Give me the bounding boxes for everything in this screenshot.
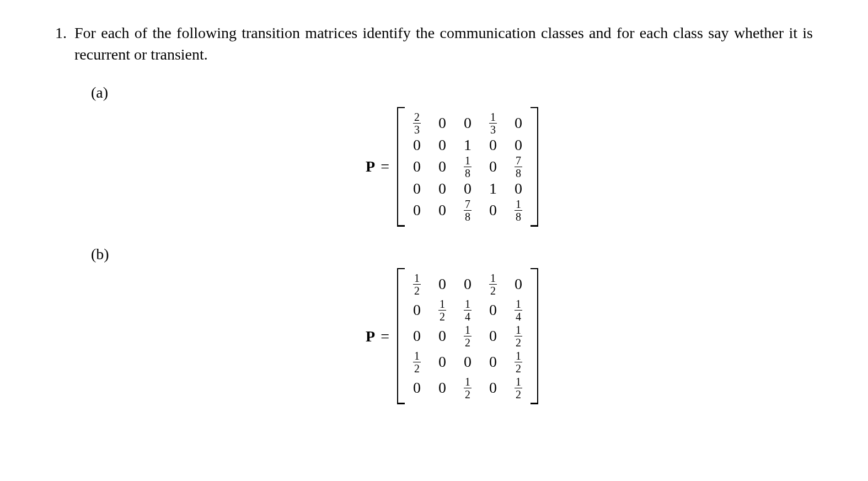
fraction: 12 [515, 324, 522, 348]
problem-body: For each of the following transition mat… [74, 22, 813, 408]
matrix-cell: 78 [513, 155, 524, 179]
fraction: 14 [464, 298, 471, 322]
matrix-cell: 14 [513, 298, 524, 322]
matrix-cell: 0 [411, 181, 422, 196]
part-b: (b) P = 12001200121401400120121200012001… [91, 243, 813, 404]
fraction: 18 [464, 155, 471, 179]
fraction: 23 [413, 111, 421, 135]
matrix-cell: 0 [513, 137, 524, 153]
matrix-a-grid: 2300130001000018078000100078018 [404, 107, 532, 227]
matrix-cell: 0 [437, 137, 448, 153]
part-b-label: (b) [91, 243, 813, 265]
matrix-cell: 0 [487, 137, 499, 153]
matrix-cell: 0 [462, 181, 473, 196]
fraction: 12 [515, 350, 522, 374]
fraction: 18 [515, 199, 522, 222]
matrix-a: 2300130001000018078000100078018 [397, 107, 538, 227]
right-bracket-icon [532, 107, 538, 227]
matrix-cell: 0 [411, 137, 422, 153]
matrix-cell: 0 [411, 328, 422, 344]
matrix-cell: 0 [487, 159, 499, 174]
matrix-symbol: P [366, 325, 375, 347]
fraction: 12 [438, 298, 446, 322]
matrix-cell: 0 [487, 328, 499, 344]
matrix-cell: 14 [462, 298, 473, 322]
fraction: 12 [413, 350, 421, 374]
matrix-cell: 12 [462, 376, 473, 400]
part-a: (a) P = 2300130001000018078000100078018 [91, 82, 813, 226]
matrix-cell: 13 [487, 111, 499, 135]
matrix-cell: 0 [411, 380, 422, 396]
fraction: 13 [489, 111, 497, 135]
problem-text: For each of the following transition mat… [74, 24, 813, 63]
fraction: 12 [413, 272, 421, 296]
matrix-cell: 0 [437, 380, 448, 396]
matrix-cell: 0 [437, 159, 448, 174]
problem-1: 1. For each of the following transition … [55, 22, 813, 408]
matrix-cell: 12 [411, 272, 422, 296]
matrix-symbol: P [366, 156, 375, 177]
matrix-cell: 18 [513, 199, 524, 222]
fraction: 12 [464, 376, 471, 400]
matrix-cell: 0 [437, 115, 448, 131]
matrix-cell: 12 [513, 350, 524, 374]
matrix-cell: 1 [487, 181, 499, 196]
matrix-cell: 18 [462, 155, 473, 179]
matrix-cell: 0 [487, 380, 499, 396]
part-a-label: (a) [91, 82, 813, 103]
matrix-cell: 0 [411, 202, 422, 218]
matrix-cell: 0 [513, 181, 524, 196]
part-a-equation: P = 2300130001000018078000100078018 [91, 107, 813, 227]
matrix-cell: 0 [462, 276, 473, 292]
matrix-cell: 12 [411, 350, 422, 374]
equals-sign: = [381, 325, 389, 347]
matrix-cell: 0 [437, 181, 448, 196]
matrix-cell: 0 [411, 159, 422, 174]
matrix-cell: 0 [437, 354, 448, 370]
matrix-cell: 12 [487, 272, 499, 296]
matrix-cell: 1 [462, 137, 473, 153]
matrix-cell: 0 [462, 354, 473, 370]
matrix-cell: 0 [487, 302, 499, 318]
problem-number: 1. [55, 22, 67, 44]
matrix-cell: 12 [462, 324, 473, 348]
matrix-cell: 0 [437, 202, 448, 218]
matrix-cell: 0 [462, 115, 473, 131]
fraction: 12 [464, 324, 471, 348]
fraction: 12 [489, 272, 497, 296]
matrix-cell: 0 [437, 276, 448, 292]
fraction: 14 [515, 298, 522, 322]
matrix-cell: 78 [462, 199, 473, 222]
matrix-cell: 0 [487, 354, 499, 370]
matrix-b-grid: 120012001214014001201212000120012012 [404, 268, 532, 404]
matrix-cell: 23 [411, 111, 422, 135]
matrix-cell: 0 [513, 115, 524, 131]
part-b-equation: P = 120012001214014001201212000120012012 [91, 268, 813, 404]
fraction: 12 [515, 376, 522, 400]
left-bracket-icon [397, 107, 404, 227]
fraction: 78 [464, 199, 471, 222]
matrix-cell: 12 [513, 376, 524, 400]
left-bracket-icon [397, 268, 404, 404]
matrix-b: 120012001214014001201212000120012012 [397, 268, 538, 404]
matrix-cell: 0 [487, 202, 499, 218]
fraction: 78 [515, 155, 522, 179]
matrix-cell: 0 [437, 328, 448, 344]
matrix-cell: 0 [513, 276, 524, 292]
equals-sign: = [381, 156, 389, 177]
matrix-cell: 12 [513, 324, 524, 348]
right-bracket-icon [532, 268, 538, 404]
matrix-cell: 0 [411, 302, 422, 318]
matrix-cell: 12 [437, 298, 448, 322]
